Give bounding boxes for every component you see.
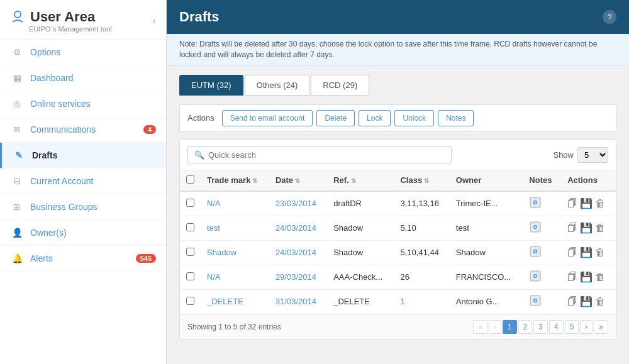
row-class-3: 26 <box>394 265 449 289</box>
tab-eutm[interactable]: EUTM (32) <box>179 75 243 96</box>
sidebar-label-owners: Owner(s) <box>30 228 67 238</box>
save-icon-1[interactable]: 💾 <box>580 222 593 234</box>
copy-icon-4[interactable]: 🗍 <box>567 296 577 307</box>
notes-icon-0[interactable] <box>529 200 542 211</box>
sidebar-label-current-account: Current Account <box>30 176 93 186</box>
sidebar-item-dashboard[interactable]: ▦ Dashboard <box>0 65 166 91</box>
pag-prev-button[interactable]: ‹ <box>489 320 501 334</box>
sidebar-item-business-groups[interactable]: ⊞ Business Groups <box>0 194 166 220</box>
row-date-1: 24/03/2014 <box>269 216 327 240</box>
sidebar-header: User Area EUIPO´s Management tool ‹ <box>0 0 166 40</box>
sidebar-item-drafts[interactable]: ✎ Drafts <box>0 143 166 168</box>
row-owner-3: FRANCISCO... <box>450 265 523 289</box>
action-send-email-button[interactable]: Send to email account <box>222 110 313 126</box>
delete-icon-2[interactable]: 🗑 <box>595 247 605 258</box>
action-delete-button[interactable]: Delete <box>316 110 355 126</box>
row-actions-2: 🗍 💾 🗑 <box>561 240 616 265</box>
notes-icon-4[interactable] <box>529 298 542 309</box>
row-actions-0: 🗍 💾 🗑 <box>561 191 616 216</box>
pag-last-button[interactable]: » <box>594 320 608 334</box>
copy-icon-0[interactable]: 🗍 <box>567 198 577 209</box>
row-class-1: 5,10 <box>394 216 449 240</box>
action-unlock-button[interactable]: Unlock <box>394 110 434 126</box>
notes-icon-1[interactable] <box>529 224 542 235</box>
table-row: test24/03/2014Shadow5,10test 🗍 💾 🗑 <box>180 216 616 240</box>
save-icon-2[interactable]: 💾 <box>580 246 593 258</box>
pag-page-3-button[interactable]: 3 <box>533 320 548 334</box>
tab-others[interactable]: Others (24) <box>245 75 310 96</box>
action-notes-button[interactable]: Notes <box>438 110 474 126</box>
copy-icon-3[interactable]: 🗍 <box>567 272 577 283</box>
row-notes-1[interactable] <box>523 216 561 240</box>
pag-next-button[interactable]: › <box>580 320 593 334</box>
tab-rcd[interactable]: RCD (29) <box>311 75 369 96</box>
row-notes-4[interactable] <box>523 289 561 314</box>
row-trademark-0[interactable]: N/A <box>201 191 269 216</box>
sidebar-item-online-services[interactable]: ◎ Online services <box>0 91 166 117</box>
svg-point-0 <box>14 11 21 18</box>
row-notes-3[interactable] <box>523 265 561 289</box>
row-checkbox-4[interactable] <box>186 297 194 305</box>
col-ref[interactable]: Ref.⇅ <box>327 170 394 191</box>
badge-alerts: 545 <box>136 254 156 263</box>
select-all-checkbox[interactable] <box>186 175 194 184</box>
save-icon-3[interactable]: 💾 <box>580 271 593 283</box>
col-class[interactable]: Class⇅ <box>394 170 449 191</box>
sidebar-label-options: Options <box>30 47 60 57</box>
table-row: Shadow24/03/2014Shadow5,10,41,44Shadow 🗍… <box>180 240 616 265</box>
svg-point-9 <box>535 250 537 252</box>
save-icon-4[interactable]: 💾 <box>580 295 593 307</box>
copy-icon-1[interactable]: 🗍 <box>567 223 577 234</box>
delete-icon-1[interactable]: 🗑 <box>595 223 605 234</box>
row-notes-0[interactable] <box>523 191 561 216</box>
row-trademark-3[interactable]: N/A <box>201 265 269 289</box>
row-trademark-2[interactable]: Shadow <box>201 240 269 265</box>
sidebar-item-current-account[interactable]: ⊟ Current Account <box>0 168 166 194</box>
collapse-button[interactable]: ‹ <box>153 15 156 26</box>
help-icon[interactable]: ? <box>603 10 616 24</box>
nav-items: ⚙ Options ▦ Dashboard ◎ Online services … <box>0 40 166 272</box>
row-trademark-1[interactable]: test <box>201 216 269 240</box>
sort-icon-date: ⇅ <box>295 177 300 184</box>
row-class-0: 3,11,13,16 <box>394 191 449 216</box>
sidebar-label-dashboard: Dashboard <box>30 73 74 83</box>
col-trademark[interactable]: Trade mark⇅ <box>201 170 269 191</box>
show-area: Show 5102550 <box>553 147 608 163</box>
svg-point-12 <box>535 275 537 277</box>
delete-icon-3[interactable]: 🗑 <box>595 272 605 283</box>
delete-icon-4[interactable]: 🗑 <box>595 296 605 307</box>
pag-first-button[interactable]: « <box>473 320 487 334</box>
row-checkbox-1[interactable] <box>186 223 194 231</box>
page-header: Drafts ? <box>167 0 629 34</box>
notes-icon-3[interactable] <box>529 273 542 284</box>
show-select[interactable]: 5102550 <box>577 147 608 163</box>
save-icon-0[interactable]: 💾 <box>580 197 593 209</box>
class-link-4[interactable]: 1 <box>400 297 404 306</box>
svg-point-6 <box>535 226 537 228</box>
notes-icon-2[interactable] <box>529 249 542 260</box>
copy-icon-2[interactable]: 🗍 <box>567 247 577 258</box>
pagination: Showing 1 to 5 of 32 entries «‹12345›» <box>180 314 616 339</box>
row-checkbox-2[interactable] <box>186 248 194 256</box>
sidebar-item-alerts[interactable]: 🔔 Alerts 545 <box>0 246 166 272</box>
row-trademark-4[interactable]: _DELETE <box>201 289 269 314</box>
svg-point-15 <box>535 299 537 301</box>
pag-page-2-button[interactable]: 2 <box>518 320 533 334</box>
sidebar-item-options[interactable]: ⚙ Options <box>0 40 166 65</box>
row-ref-3: AAA-Check... <box>327 265 394 289</box>
search-input[interactable] <box>208 150 445 160</box>
row-checkbox-3[interactable] <box>186 272 194 280</box>
pag-page-1-button[interactable]: 1 <box>503 320 517 334</box>
show-label: Show <box>553 150 574 160</box>
delete-icon-0[interactable]: 🗑 <box>595 198 605 209</box>
sidebar-item-owners[interactable]: 👤 Owner(s) <box>0 220 166 246</box>
logo-text: User Area <box>30 9 95 25</box>
row-notes-2[interactable] <box>523 240 561 265</box>
sidebar-item-communications[interactable]: ✉ Communications 4 <box>0 117 166 143</box>
search-icon: 🔍 <box>194 150 204 160</box>
row-checkbox-0[interactable] <box>186 199 194 207</box>
col-date[interactable]: Date⇅ <box>269 170 327 191</box>
pag-page-5-button[interactable]: 5 <box>565 320 579 334</box>
pag-page-4-button[interactable]: 4 <box>549 320 564 334</box>
action-lock-button[interactable]: Lock <box>359 110 391 126</box>
